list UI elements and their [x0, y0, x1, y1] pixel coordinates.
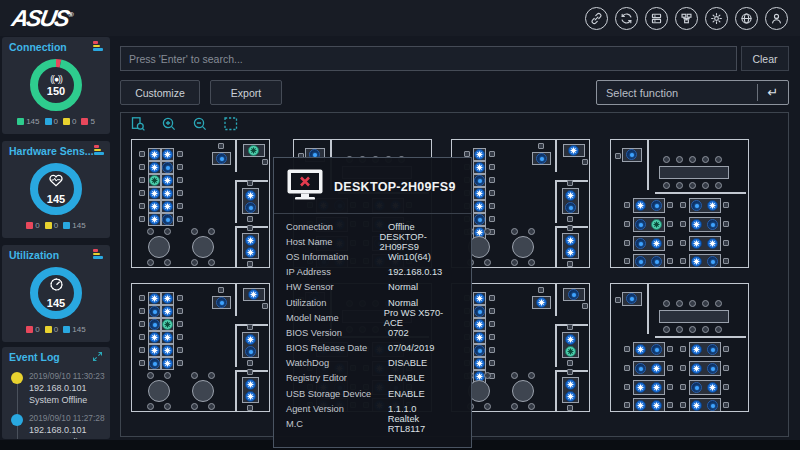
computer-node[interactable]: [707, 363, 718, 374]
network-icon[interactable]: [735, 7, 758, 30]
computer-node[interactable]: [245, 334, 256, 345]
computer-node[interactable]: [248, 289, 259, 300]
computer-node[interactable]: [245, 379, 256, 390]
computer-node[interactable]: [162, 345, 173, 356]
export-button[interactable]: Export: [210, 80, 282, 105]
computer-node[interactable]: [691, 382, 702, 393]
computer-node[interactable]: [707, 382, 718, 393]
computer-node[interactable]: [565, 379, 576, 390]
sync-icon[interactable]: [615, 7, 638, 30]
computer-node[interactable]: [635, 238, 646, 249]
computer-node[interactable]: [162, 332, 173, 343]
account-icon[interactable]: [765, 7, 788, 30]
computer-node[interactable]: [474, 162, 485, 173]
select-area-icon[interactable]: [223, 116, 239, 132]
computer-node[interactable]: [162, 175, 173, 186]
computer-node[interactable]: [635, 256, 646, 267]
computer-node[interactable]: [651, 200, 662, 211]
computer-node[interactable]: [149, 175, 160, 186]
computer-node[interactable]: [651, 400, 662, 411]
computer-node[interactable]: [635, 382, 646, 393]
computer-node[interactable]: [691, 363, 702, 374]
computer-node[interactable]: [245, 235, 256, 246]
computer-node[interactable]: [568, 289, 579, 300]
computer-node[interactable]: [248, 145, 259, 156]
computer-node[interactable]: [162, 293, 173, 304]
mini-chart-icon[interactable]: [93, 41, 103, 52]
computer-node[interactable]: [245, 391, 256, 402]
computer-node[interactable]: [707, 219, 718, 230]
mini-chart-icon[interactable]: [93, 249, 103, 260]
computer-node[interactable]: [691, 256, 702, 267]
computer-node[interactable]: [245, 190, 256, 201]
computer-node[interactable]: [626, 149, 637, 160]
computer-node[interactable]: [565, 202, 576, 213]
settings-icon[interactable]: [705, 7, 728, 30]
computer-node[interactable]: [474, 358, 485, 369]
select-function-dropdown[interactable]: Select function ↵: [596, 80, 789, 105]
computer-node[interactable]: [216, 297, 227, 308]
computer-node[interactable]: [162, 149, 173, 160]
computer-node[interactable]: [162, 201, 173, 212]
computer-node[interactable]: [707, 344, 718, 355]
computer-node[interactable]: [651, 256, 662, 267]
computer-node[interactable]: [474, 345, 485, 356]
computer-node[interactable]: [707, 238, 718, 249]
computer-node[interactable]: [149, 188, 160, 199]
computer-node[interactable]: [162, 188, 173, 199]
computer-node[interactable]: [565, 346, 576, 357]
computer-node[interactable]: [474, 306, 485, 317]
computer-node[interactable]: [565, 391, 576, 402]
computer-node[interactable]: [691, 344, 702, 355]
computer-node[interactable]: [635, 400, 646, 411]
computer-node[interactable]: [162, 358, 173, 369]
computer-node[interactable]: [149, 345, 160, 356]
computer-node[interactable]: [474, 332, 485, 343]
computer-node[interactable]: [149, 332, 160, 343]
computer-node[interactable]: [565, 190, 576, 201]
computer-node[interactable]: [149, 306, 160, 317]
zoom-out-icon[interactable]: [192, 116, 208, 132]
computer-node[interactable]: [162, 214, 173, 225]
computer-node[interactable]: [474, 149, 485, 160]
computer-node[interactable]: [691, 400, 702, 411]
computer-node[interactable]: [149, 149, 160, 160]
computer-node[interactable]: [651, 238, 662, 249]
computer-node[interactable]: [149, 162, 160, 173]
computer-node[interactable]: [691, 219, 702, 230]
computer-node[interactable]: [162, 319, 173, 330]
computer-node[interactable]: [635, 219, 646, 230]
computer-node[interactable]: [216, 153, 227, 164]
computer-node[interactable]: [149, 319, 160, 330]
computer-node[interactable]: [707, 200, 718, 211]
computer-node[interactable]: [474, 214, 485, 225]
computer-node[interactable]: [245, 247, 256, 258]
computer-node[interactable]: [474, 319, 485, 330]
computer-node[interactable]: [626, 293, 637, 304]
computer-node[interactable]: [474, 175, 485, 186]
fit-page-icon[interactable]: [130, 116, 146, 132]
computer-node[interactable]: [149, 358, 160, 369]
computer-node[interactable]: [149, 293, 160, 304]
computer-node[interactable]: [149, 214, 160, 225]
computer-node[interactable]: [162, 162, 173, 173]
computer-node[interactable]: [245, 202, 256, 213]
server-icon[interactable]: [645, 7, 668, 30]
zoom-in-icon[interactable]: [161, 116, 177, 132]
link-icon[interactable]: [585, 7, 608, 30]
computer-node[interactable]: [565, 247, 576, 258]
computer-node[interactable]: [651, 344, 662, 355]
computer-node[interactable]: [651, 382, 662, 393]
computer-node[interactable]: [635, 200, 646, 211]
mini-chart-icon[interactable]: [94, 145, 104, 156]
computer-node[interactable]: [651, 363, 662, 374]
computer-node[interactable]: [651, 219, 662, 230]
computer-node[interactable]: [635, 363, 646, 374]
computer-node[interactable]: [474, 293, 485, 304]
clear-button[interactable]: Clear: [741, 46, 789, 71]
computer-node[interactable]: [635, 344, 646, 355]
computer-node[interactable]: [149, 201, 160, 212]
computer-node[interactable]: [474, 201, 485, 212]
computer-node[interactable]: [691, 200, 702, 211]
computer-node[interactable]: [162, 306, 173, 317]
